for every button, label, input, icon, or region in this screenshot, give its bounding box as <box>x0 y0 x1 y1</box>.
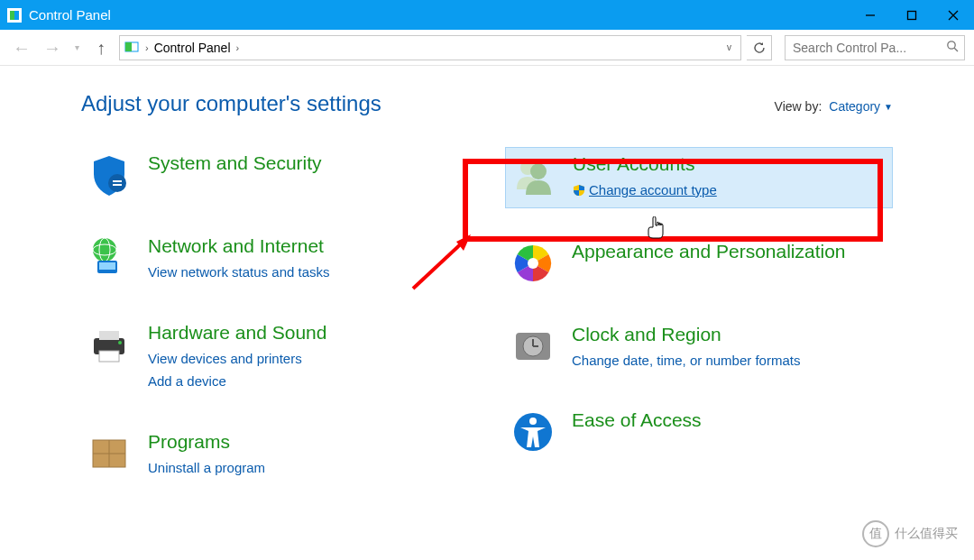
svg-rect-3 <box>908 11 916 19</box>
chevron-down-icon: ▼ <box>884 102 893 112</box>
location-box[interactable]: › Control Panel › v <box>119 35 741 60</box>
app-icon <box>7 8 22 23</box>
window-titlebar: Control Panel <box>0 0 974 30</box>
category-clock-region[interactable]: Clock and Region Change date, time, or n… <box>505 318 893 378</box>
user-accounts-icon <box>511 153 556 198</box>
svg-point-10 <box>108 174 126 192</box>
category-programs[interactable]: Programs Uninstall a program <box>81 426 469 485</box>
svg-rect-7 <box>125 42 132 51</box>
category-network-internet[interactable]: Network and Internet View network status… <box>81 230 469 289</box>
forward-button[interactable]: → <box>40 35 65 60</box>
category-system-security[interactable]: System and Security <box>81 147 469 203</box>
watermark-text: 什么值得买 <box>895 526 958 542</box>
category-title: Hardware and Sound <box>148 322 326 344</box>
category-title: Ease of Access <box>572 409 702 431</box>
category-title: Programs <box>148 431 265 453</box>
view-by: View by: Category ▼ <box>775 99 893 114</box>
recent-chevron-icon[interactable]: ▾ <box>70 35 83 60</box>
page-heading: Adjust your computer's settings <box>81 91 381 116</box>
watermark-badge: 值 <box>862 520 889 547</box>
svg-point-35 <box>529 418 537 425</box>
color-wheel-icon <box>510 241 556 286</box>
svg-point-8 <box>948 41 955 49</box>
shield-system-icon <box>87 152 132 197</box>
close-button[interactable] <box>933 0 974 30</box>
uac-shield-icon <box>573 180 585 193</box>
chevron-down-icon[interactable]: v <box>721 42 737 52</box>
accessibility-icon <box>510 409 556 454</box>
svg-point-28 <box>528 258 538 269</box>
svg-rect-17 <box>99 262 115 270</box>
category-title: System and Security <box>148 152 322 174</box>
globe-network-icon <box>87 235 132 280</box>
category-sublink[interactable]: Add a device <box>148 370 326 393</box>
svg-rect-20 <box>99 351 119 362</box>
category-sublink-change-account-type[interactable]: Change account type <box>573 179 717 202</box>
search-box[interactable] <box>785 35 965 60</box>
category-sublink[interactable]: Change date, time, or number formats <box>572 349 800 372</box>
svg-point-21 <box>118 341 122 344</box>
category-sublink[interactable]: View devices and printers <box>148 347 326 371</box>
maximize-button[interactable] <box>891 0 933 30</box>
printer-icon <box>87 322 132 367</box>
programs-box-icon <box>87 431 132 476</box>
svg-point-13 <box>93 238 116 262</box>
content-area: Adjust your computer's settings View by:… <box>0 66 974 511</box>
svg-rect-12 <box>113 184 122 186</box>
chevron-right-icon: › <box>234 42 242 53</box>
svg-rect-19 <box>99 331 119 340</box>
category-hardware-sound[interactable]: Hardware and Sound View devices and prin… <box>81 317 469 399</box>
category-sublink[interactable]: View network status and tasks <box>148 261 330 284</box>
category-title: User Accounts <box>573 153 717 175</box>
category-title: Appearance and Personalization <box>572 241 846 262</box>
minimize-button[interactable] <box>850 0 891 30</box>
search-icon[interactable] <box>946 40 959 55</box>
category-ease-of-access[interactable]: Ease of Access <box>505 404 893 460</box>
category-title: Clock and Region <box>572 324 800 345</box>
clock-icon <box>510 324 556 369</box>
category-user-accounts[interactable]: User Accounts Change account type <box>505 147 893 208</box>
chevron-right-icon: › <box>143 42 151 53</box>
window-title: Control Panel <box>29 7 111 23</box>
svg-point-27 <box>530 163 547 179</box>
refresh-button[interactable] <box>747 35 772 60</box>
up-button[interactable]: ↑ <box>88 35 114 60</box>
svg-line-9 <box>954 48 958 51</box>
control-panel-icon <box>124 40 140 56</box>
address-bar: ← → ▾ ↑ › Control Panel › v <box>0 30 974 66</box>
back-button[interactable]: ← <box>9 35 34 60</box>
category-appearance-personalization[interactable]: Appearance and Personalization <box>505 235 893 291</box>
svg-rect-11 <box>113 180 122 182</box>
search-input[interactable] <box>791 40 946 56</box>
category-sublink[interactable]: Uninstall a program <box>148 456 265 480</box>
svg-rect-1 <box>10 11 14 20</box>
category-title: Network and Internet <box>148 235 330 257</box>
view-by-selector[interactable]: Category ▼ <box>829 99 893 114</box>
breadcrumb[interactable]: Control Panel <box>154 41 231 55</box>
watermark: 值 什么值得买 <box>862 520 958 547</box>
view-by-label: View by: <box>775 99 822 114</box>
